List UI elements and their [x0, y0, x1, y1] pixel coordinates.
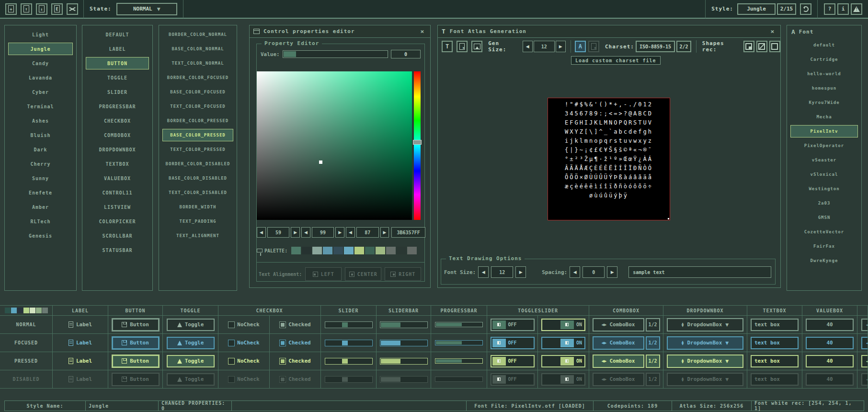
font-list-item[interactable]: default — [790, 39, 858, 51]
sample-checkbox-checked[interactable]: Checked — [279, 340, 310, 346]
sample-checkbox-unchecked[interactable]: NoCheck — [228, 358, 259, 365]
sample-combobox[interactable]: ◀▶ComboBox 1/2 — [593, 336, 660, 350]
sample-toggleslider-off[interactable]: OFF — [491, 319, 535, 331]
sample-slider[interactable] — [325, 376, 373, 383]
palette-swatch[interactable] — [397, 247, 406, 254]
palette-swatch[interactable] — [291, 247, 301, 254]
property-list-item[interactable]: BORDER_COLOR_NORMAL — [162, 28, 233, 41]
sample-checkbox-checked[interactable]: Checked — [279, 321, 310, 328]
style-list-item[interactable]: Dark — [8, 143, 73, 156]
sample-valuebox[interactable]: 40 — [806, 337, 854, 349]
palette-swatch[interactable] — [407, 247, 417, 254]
palette-swatch[interactable] — [333, 247, 343, 254]
gen-size-increase-button[interactable]: ▶ — [556, 41, 566, 52]
hue-value[interactable]: 59 — [267, 227, 290, 238]
sample-toggleslider-off[interactable]: OFF — [491, 355, 535, 367]
hex-color-field[interactable]: 3B6357FF — [391, 227, 425, 238]
sample-sliderbar[interactable] — [380, 358, 428, 365]
font-list-item[interactable]: vSeaster — [790, 154, 858, 166]
sample-valuebox[interactable]: 40 — [806, 373, 854, 386]
sample-slider[interactable] — [325, 321, 373, 328]
font-list-item[interactable]: CozetteVector — [790, 226, 858, 238]
clear-font-button[interactable] — [457, 41, 468, 52]
font-list-item[interactable]: DwreKynge — [790, 254, 858, 267]
shapes-rec-corner-button[interactable] — [743, 41, 754, 52]
font-list-item[interactable]: PixelOperator — [790, 139, 858, 152]
slider-knob[interactable] — [342, 341, 348, 345]
style-list-item[interactable]: Cherry — [8, 158, 73, 170]
font-atlas-titlebar[interactable]: T Font Atlas Generation × — [438, 25, 780, 38]
property-list-item[interactable]: TEXT_COLOR_FOCUSED — [162, 100, 233, 113]
palette-swatch[interactable] — [344, 247, 354, 254]
charset-counter[interactable]: 2/2 — [676, 41, 691, 52]
spacing-increase-button[interactable]: ▶ — [607, 266, 617, 278]
sample-combobox[interactable]: ◀▶ComboBox 1/2 — [593, 373, 660, 386]
sample-valuebox[interactable]: 40 — [806, 355, 854, 367]
gen-size-value[interactable]: 12 — [534, 41, 555, 52]
control-list-item[interactable]: BUTTON — [86, 57, 149, 69]
sample-combobox[interactable]: ◀▶ComboBox 1/2 — [593, 355, 660, 368]
font-list-item[interactable]: Cartridge — [790, 53, 858, 66]
palette-swatch[interactable] — [365, 247, 375, 254]
sample-spinner-partial[interactable]: ◀ — [861, 319, 868, 331]
style-name-box[interactable]: Jungle — [737, 3, 776, 15]
sample-checkbox-checked[interactable]: Checked — [279, 376, 310, 383]
font-list-item[interactable]: vSloxical — [790, 168, 858, 181]
hue-slider[interactable] — [414, 71, 421, 220]
palette-swatch[interactable] — [386, 247, 396, 254]
control-list-item[interactable]: LABEL — [86, 43, 149, 55]
style-list-item[interactable]: Light — [8, 28, 73, 41]
align-center-button[interactable]: CENTER — [345, 267, 381, 281]
sample-toggleslider-on[interactable]: ON — [541, 373, 585, 386]
sample-toggle[interactable]: Toggle — [167, 337, 215, 349]
shapes-rec-diagonal-button[interactable] — [756, 41, 767, 52]
sample-button[interactable]: Button — [112, 336, 160, 350]
sample-spinner-partial[interactable]: ◀ — [861, 355, 868, 367]
palette-swatch[interactable] — [323, 247, 332, 254]
property-list-item[interactable]: BORDER_COLOR_DISABLED — [162, 158, 233, 170]
font-list-item[interactable]: Mecha — [790, 111, 858, 123]
save-file-button[interactable]: ↓ — [36, 3, 47, 15]
sample-checkbox-unchecked[interactable]: NoCheck — [228, 376, 259, 383]
new-file-button[interactable]: + — [5, 3, 17, 15]
font-list-item[interactable]: 2a03 — [790, 197, 858, 209]
sample-checkbox-unchecked[interactable]: NoCheck — [228, 321, 259, 328]
style-list-item[interactable]: Genesis — [8, 229, 73, 242]
style-list-item[interactable]: Terminal — [8, 100, 73, 113]
control-list-item[interactable]: CONTROL11 — [86, 186, 149, 199]
close-icon[interactable]: × — [419, 28, 426, 35]
palette-swatch[interactable] — [354, 247, 364, 254]
sample-textbox[interactable]: text box — [751, 337, 799, 349]
issue-report-button[interactable] — [851, 3, 862, 15]
value-slider[interactable] — [283, 50, 388, 58]
sample-toggleslider-off[interactable]: OFF — [491, 373, 535, 386]
sample-slider[interactable] — [325, 358, 373, 365]
palette-swatch[interactable] — [312, 247, 322, 254]
spacing-value[interactable]: 0 — [582, 266, 605, 278]
state-dropdown[interactable]: NORMAL ▼ — [116, 3, 177, 15]
load-charset-button[interactable]: A — [575, 41, 586, 52]
control-list-item[interactable]: PROGRESSBAR — [86, 100, 149, 113]
align-left-button[interactable]: LEFT — [305, 267, 342, 281]
reload-style-button[interactable] — [800, 3, 811, 15]
sample-textbox[interactable]: text box — [751, 373, 799, 386]
style-list-item[interactable]: Sunny — [8, 172, 73, 184]
control-list-item[interactable]: COLORPICKER — [86, 215, 149, 228]
font-list-item[interactable]: Westington — [790, 183, 858, 195]
control-list-item[interactable]: DEFAULT — [86, 28, 149, 41]
sample-sliderbar[interactable] — [380, 321, 428, 328]
properties-editor-titlebar[interactable]: Control properties editor × — [250, 25, 430, 38]
style-list-item[interactable]: RLTech — [8, 215, 73, 228]
color-picker-marker[interactable] — [319, 160, 322, 164]
spinner-left-button[interactable]: ◀ — [346, 227, 355, 238]
control-list-item[interactable]: COMBOBOX — [86, 129, 149, 141]
control-list-item[interactable]: VALUEBOX — [86, 172, 149, 184]
saturation-value[interactable]: 99 — [312, 227, 334, 238]
slider-knob[interactable] — [342, 322, 348, 327]
property-list-item[interactable]: BORDER_COLOR_FOCUSED — [162, 71, 233, 84]
sample-sliderbar[interactable] — [380, 340, 428, 346]
property-list-item[interactable]: BORDER_WIDTH — [162, 201, 233, 213]
font-list-item[interactable]: PixelIntv — [790, 125, 858, 137]
sample-text-input[interactable]: sample text — [628, 266, 771, 278]
brightness-value[interactable]: 87 — [356, 227, 379, 238]
